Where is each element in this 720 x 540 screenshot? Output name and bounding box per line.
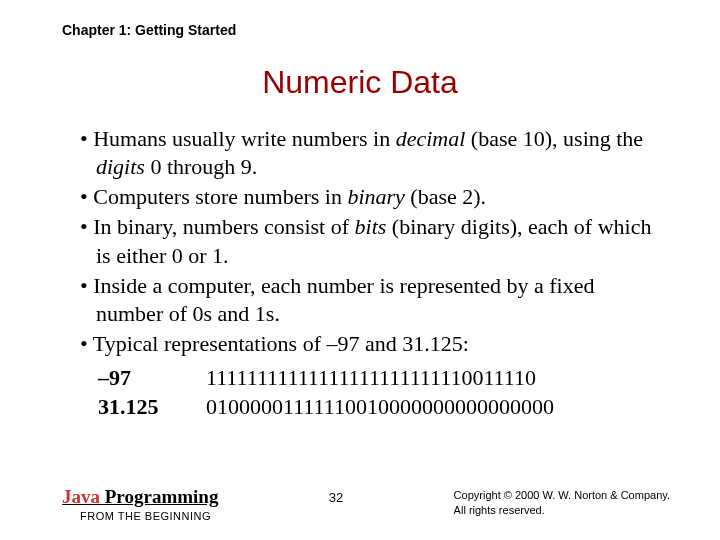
row-label: –97 [98, 364, 206, 393]
text: Computers store numbers in [93, 184, 347, 209]
bullet-item: Typical representations of –97 and 31.12… [80, 330, 658, 358]
text: Typical representations of –97 and 31.12… [93, 331, 469, 356]
binary-table: –97 11111111111111111111111110011110 31.… [98, 364, 658, 421]
row-value: 11111111111111111111111110011110 [206, 364, 536, 393]
emph: bits [355, 214, 387, 239]
text: In binary, numbers consist of [93, 214, 354, 239]
copyright-line: Copyright © 2000 W. W. Norton & Company. [454, 488, 670, 503]
copyright: Copyright © 2000 W. W. Norton & Company.… [454, 486, 670, 518]
slide: Chapter 1: Getting Started Numeric Data … [0, 0, 720, 540]
emph: decimal [396, 126, 466, 151]
brand-subtitle: FROM THE BEGINNING [62, 510, 218, 522]
brand-title: Java Programming [62, 486, 218, 508]
brand-programming: Programming [100, 486, 218, 507]
brand: Java Programming FROM THE BEGINNING [62, 486, 218, 522]
bullet-item: In binary, numbers consist of bits (bina… [80, 213, 658, 269]
text: 0 through 9. [145, 154, 257, 179]
bullet-item: Computers store numbers in binary (base … [80, 183, 658, 211]
chapter-header: Chapter 1: Getting Started [62, 22, 658, 38]
emph: digits [96, 154, 145, 179]
page-number: 32 [329, 486, 343, 505]
emph: binary [347, 184, 404, 209]
text: (base 10), using the [465, 126, 643, 151]
bullet-item: Humans usually write numbers in decimal … [80, 125, 658, 181]
text: Inside a computer, each number is repres… [93, 273, 594, 326]
brand-java: Java [62, 486, 100, 507]
bullet-item: Inside a computer, each number is repres… [80, 272, 658, 328]
row-label: 31.125 [98, 393, 206, 422]
table-row: 31.125 01000001111110010000000000000000 [98, 393, 658, 422]
bullet-list: Humans usually write numbers in decimal … [62, 125, 658, 358]
table-row: –97 11111111111111111111111110011110 [98, 364, 658, 393]
slide-title: Numeric Data [62, 64, 658, 101]
row-value: 01000001111110010000000000000000 [206, 393, 554, 422]
text: Humans usually write numbers in [93, 126, 395, 151]
footer: Java Programming FROM THE BEGINNING 32 C… [62, 486, 670, 522]
text: (base 2). [405, 184, 486, 209]
copyright-line: All rights reserved. [454, 503, 670, 518]
